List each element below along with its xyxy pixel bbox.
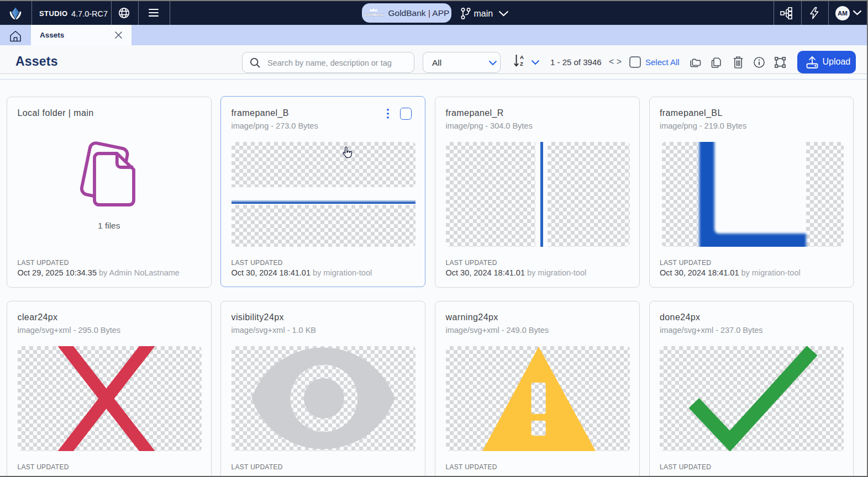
svg-text:A: A (520, 54, 524, 60)
svg-text:GoldBank: GoldBank (364, 12, 384, 17)
svg-text:Z: Z (520, 61, 523, 67)
